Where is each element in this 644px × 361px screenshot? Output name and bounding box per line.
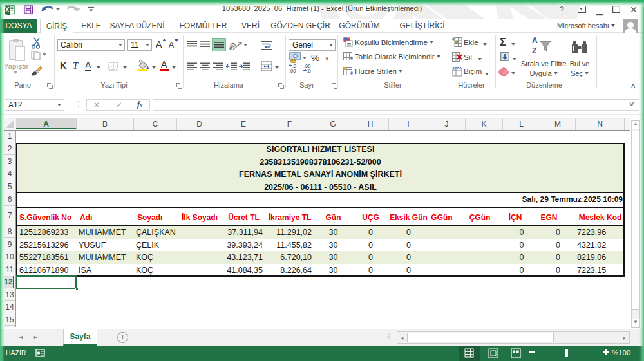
svg-text:,00: ,00 (289, 68, 296, 73)
svg-text:X: X (5, 6, 10, 14)
svg-text:,0: ,0 (307, 68, 311, 73)
